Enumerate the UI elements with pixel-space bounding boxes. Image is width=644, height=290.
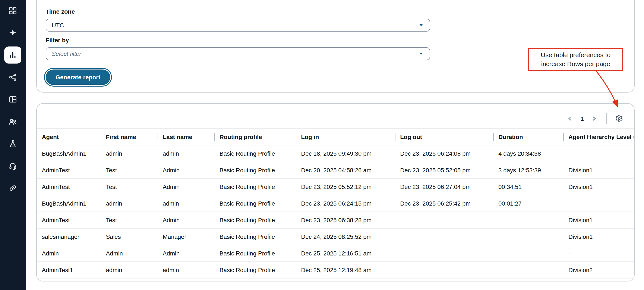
flow-branch-icon [8,73,17,81]
table-cell [493,245,563,262]
table-cell: Admin [158,162,214,178]
table-cell: Dec 20, 2025 04:58:26 am [296,162,395,178]
table-cell: AdminTest1 [37,262,101,278]
table-cell: Dec 23, 2025 06:27:04 pm [395,178,493,195]
table-cell: 00:01:27 [493,195,563,212]
chevron-down-icon [418,50,424,57]
table-cell: Basic Routing Profile [214,245,296,262]
column-header[interactable]: First name [101,129,158,145]
generate-report-button[interactable]: Generate report [46,70,110,85]
table-cell: BugBashAdmin1 [37,145,101,162]
table-cell: Test [101,162,158,178]
report-table-card: 1 AgentFirst nameLast nameRouting profil… [36,103,634,282]
table-cell: admin [101,145,158,162]
timezone-label: Time zone [46,8,625,15]
table-cell: 00:34:51 [493,178,563,195]
sidebar-item-flows[interactable] [4,69,21,86]
table-cell: 3 days 12:53:39 [493,162,563,178]
sidebar-item-integrations[interactable] [4,179,21,197]
table-row: BugBashAdmin1adminadminBasic Routing Pro… [37,145,634,162]
column-header[interactable]: Log in [296,129,395,145]
table-cell: admin [158,145,214,162]
report-config-card: Time zone UTC Filter by Select filter Ge… [36,0,634,93]
column-header[interactable]: Routing profile [214,129,296,145]
table-cell: Manager [158,228,214,245]
table-cell: Dec 23, 2025 05:52:05 pm [395,162,493,178]
table-cell: Basic Routing Profile [214,162,296,178]
column-header[interactable]: Agent [37,129,101,145]
table-cell: Dec 23, 2025 06:25:42 pm [395,195,493,212]
table-row: AdminTestTestAdminBasic Routing ProfileD… [37,212,634,228]
gear-icon [615,114,624,123]
sidebar-item-experiments[interactable] [4,135,21,152]
filter-by-label: Filter by [46,37,625,44]
table-preferences-button[interactable] [614,113,625,124]
headset-icon [8,162,17,170]
page-number[interactable]: 1 [578,115,587,122]
sidebar-item-dashboards[interactable] [4,91,21,108]
table-cell [395,212,493,228]
table-cell: Dec 18, 2025 09:49:30 pm [296,145,395,162]
table-cell: admin [101,262,158,278]
previous-page-button[interactable] [564,113,576,124]
column-header[interactable]: Last name [158,129,214,145]
table-cell: Division1 [563,212,634,228]
table-cell: Admin [101,245,158,262]
timezone-value: UTC [52,22,418,28]
sidebar-item-ai[interactable] [4,24,21,41]
sidebar-item-apps[interactable] [4,2,21,19]
table-cell: Admin [158,178,214,195]
table-cell: - [563,195,634,212]
bar-chart-icon [8,51,17,59]
table-cell: Division2 [563,262,634,278]
table-cell [493,212,563,228]
table-cell: Division1 [563,178,634,195]
table-cell: Basic Routing Profile [214,178,296,195]
sparkle-icon [8,28,17,37]
table-cell: Basic Routing Profile [214,262,296,278]
table-cell: admin [158,262,214,278]
table-cell: AdminTest [37,212,101,228]
table-cell [493,262,563,278]
next-page-button[interactable] [588,113,600,124]
table-cell: Basic Routing Profile [214,145,296,162]
table-row: AdminTestTestAdminBasic Routing ProfileD… [37,162,634,178]
table-cell: Admin [158,212,214,228]
table-scroll-area[interactable]: AgentFirst nameLast nameRouting profileL… [37,128,634,279]
table-cell [395,245,493,262]
table-cell: Admin [37,245,101,262]
table-cell: Dec 23, 2025 06:24:15 pm [296,195,395,212]
chevron-down-icon [418,22,424,28]
table-row: AdminTest1adminadminBasic Routing Profil… [37,262,634,278]
table-toolbar: 1 [37,104,634,128]
sidebar-item-users[interactable] [4,113,21,130]
login-logout-report-table: AgentFirst nameLast nameRouting profileL… [37,128,634,279]
table-cell: Dec 24, 2025 08:25:52 pm [296,228,395,245]
table-cell: - [563,245,634,262]
table-cell [493,228,563,245]
column-header[interactable]: Agent Hierarchy Level One [563,129,634,145]
column-header[interactable]: Log out [395,129,493,145]
sidebar-item-support[interactable] [4,157,21,174]
table-cell [395,262,493,278]
table-cell: Test [101,212,158,228]
table-cell: admin [101,195,158,212]
table-cell: Admin [158,245,214,262]
table-row: AdminAdminAdminBasic Routing ProfileDec … [37,245,634,262]
table-cell: salesmanager [37,228,101,245]
column-header[interactable]: Duration [493,129,563,145]
apps-grid-icon [8,6,17,15]
table-row: AdminTestTestAdminBasic Routing ProfileD… [37,178,634,195]
timezone-select[interactable]: UTC [46,19,430,31]
table-row: salesmanagerSalesManagerBasic Routing Pr… [37,228,634,245]
table-cell: AdminTest [37,162,101,178]
table-cell: Division1 [563,228,634,245]
table-row: BugBashAdmin1adminadminBasic Routing Pro… [37,195,634,212]
chevron-left-icon [567,115,574,122]
users-icon [8,117,17,126]
chevron-right-icon [590,115,598,122]
sidebar-item-analytics[interactable] [4,46,21,64]
filter-select[interactable]: Select filter [46,47,430,60]
sidebar [0,0,26,290]
link-icon [8,184,17,192]
